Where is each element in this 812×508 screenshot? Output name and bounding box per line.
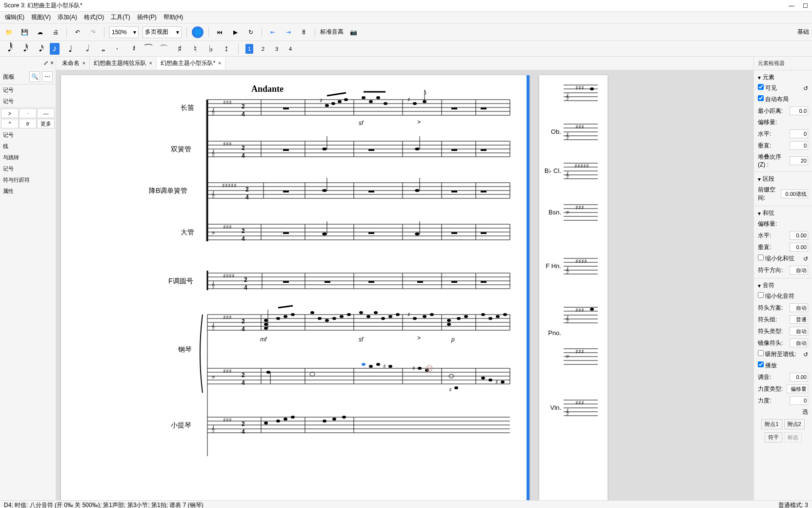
note-quarter[interactable]: ♩ xyxy=(65,43,75,55)
menu-dots-icon[interactable]: ⋯ xyxy=(42,71,53,82)
loop-icon[interactable]: ↻ xyxy=(245,26,257,38)
note-32nd[interactable]: 𝅘𝅥𝅰 xyxy=(19,43,28,55)
mirror-select[interactable] xyxy=(790,339,808,347)
menu-view[interactable]: 视图(V) xyxy=(28,12,54,22)
staff-piano-bass[interactable]: 𝄢♯♯♯24 ♯ ♯ ♯ ♯ xyxy=(207,363,510,393)
camera-icon[interactable]: 📷 xyxy=(347,26,359,38)
menu-format[interactable]: 格式(O) xyxy=(81,12,107,22)
dot1-button[interactable]: 附点1 xyxy=(761,419,782,429)
vel-type-select[interactable] xyxy=(787,384,808,393)
search-icon[interactable]: 🔍 xyxy=(29,71,40,82)
rest-icon[interactable]: 𝄽 xyxy=(128,43,138,55)
save-icon[interactable]: 💾 xyxy=(19,26,30,38)
viewmode-select[interactable]: 多页视图▾ xyxy=(142,26,182,38)
menu-help[interactable]: 帮助(H) xyxy=(161,12,186,22)
staff-bassoon[interactable]: 𝄢♯♯♯24 ▬▬▬▬ xyxy=(207,221,510,242)
cloud-icon[interactable]: ☁ xyxy=(34,26,46,38)
staff-flute[interactable]: 𝄞♯♯♯24 ▬ ♯ sf ♯ > ▬▬ xyxy=(207,90,510,127)
chevron-down-icon[interactable]: ▾ xyxy=(758,176,761,183)
reset-icon[interactable]: ↺ xyxy=(803,255,808,262)
velocity-input[interactable] xyxy=(790,396,808,405)
staff-clarinet[interactable]: 𝄞♯♯♯♯♯24 ▬▬▬▬ xyxy=(207,178,510,201)
stem-button[interactable]: 符干 xyxy=(765,432,782,443)
tuning-input[interactable] xyxy=(790,373,808,381)
natural-icon[interactable]: ♮ xyxy=(190,43,200,55)
offset-y-input[interactable] xyxy=(790,141,808,150)
palette-cat[interactable]: 记号 xyxy=(0,129,56,141)
zoom-select[interactable]: 150%▾ xyxy=(109,26,139,38)
palette-cat[interactable]: 线 xyxy=(0,141,56,152)
close-icon[interactable]: × xyxy=(82,61,85,66)
chevron-down-icon[interactable]: ▾ xyxy=(758,282,761,289)
chevron-down-icon[interactable]: ▾ xyxy=(758,210,761,217)
tab-small-orch[interactable]: 幻想曲主题小型乐队*× xyxy=(157,57,226,69)
rewind-icon[interactable]: ⏮ xyxy=(214,26,225,38)
stem-dir-select[interactable] xyxy=(790,266,808,275)
palette-cat[interactable]: 记号 xyxy=(0,85,56,96)
offset-x-input[interactable] xyxy=(790,129,808,138)
chord-y-input[interactable] xyxy=(790,243,808,252)
head-group-select[interactable] xyxy=(790,315,808,324)
leading-input[interactable] xyxy=(781,190,808,198)
chevron-down-icon[interactable]: ▾ xyxy=(758,74,761,81)
art-staccato[interactable]: · xyxy=(19,108,37,118)
metronome-icon[interactable]: 🎚 xyxy=(298,26,310,38)
menu-add[interactable]: 添加(A) xyxy=(55,12,80,22)
art-marcato[interactable]: > xyxy=(1,108,19,118)
play-checkbox[interactable] xyxy=(758,361,764,367)
note-whole[interactable]: 𝅝 xyxy=(97,43,106,55)
voice-2[interactable]: 2 xyxy=(259,44,267,54)
small-chord-checkbox[interactable] xyxy=(758,254,764,260)
art-accent[interactable]: ^ xyxy=(1,119,19,128)
palette-cat[interactable]: 记号 xyxy=(0,163,56,174)
voice-3[interactable]: 3 xyxy=(273,44,281,54)
note-dot[interactable]: · xyxy=(112,43,122,55)
art-tenuto[interactable]: — xyxy=(37,108,55,118)
print-icon[interactable]: 🖨 xyxy=(50,26,61,38)
undock-icon[interactable]: ⤢ xyxy=(43,60,48,66)
loop-in-icon[interactable]: ⇤ xyxy=(267,26,279,38)
globe-icon[interactable]: 🌐 xyxy=(192,26,203,38)
note-half[interactable]: 𝅗𝅥 xyxy=(81,43,91,55)
auto-layout-checkbox[interactable] xyxy=(758,95,764,101)
palette-cat-articulations[interactable]: 记号 xyxy=(0,96,56,107)
slur-icon[interactable]: ⌒ xyxy=(159,43,169,55)
tab-strings[interactable]: 幻想曲主题纯弦乐队× xyxy=(90,57,157,69)
open-icon[interactable]: 📁 xyxy=(3,26,15,38)
art-trill[interactable]: tr xyxy=(19,119,37,128)
palette-cat[interactable]: 属性 xyxy=(0,186,56,197)
palette-cat[interactable]: 与跳转 xyxy=(0,152,56,163)
redo-icon[interactable]: ↷ xyxy=(87,26,99,38)
tab-untitled[interactable]: 未命名× xyxy=(58,57,90,69)
menu-plugins[interactable]: 插件(P) xyxy=(134,12,160,22)
close-icon[interactable]: × xyxy=(218,61,221,66)
maximize-icon[interactable]: ☐ xyxy=(802,3,808,9)
menu-tools[interactable]: 工具(T) xyxy=(108,12,133,22)
staff-horn[interactable]: 𝄞♯♯♯♯24 ▬▬▬▬▬▬ xyxy=(207,273,510,291)
flat-icon[interactable]: ♭ xyxy=(206,43,216,55)
score-page-2[interactable]: 𝄞♯♯♯ 𝄞♯♯♯ 𝄞♯♯♯♯♯ 𝄢♯♯♯ 𝄞♯♯♯♯ 𝄞♯♯♯ 𝄢♯♯♯ 𝄞♯… xyxy=(539,75,608,500)
z-order-input[interactable] xyxy=(790,156,808,165)
note-8th[interactable]: ♪ xyxy=(50,43,60,55)
staff-piano-treble[interactable]: 𝄞♯♯♯24 mf sf ♯ > p xyxy=(207,306,510,343)
loop-out-icon[interactable]: ⇥ xyxy=(283,26,294,38)
score-view[interactable]: Andante 𝄞♯♯♯24 ▬ ♯ xyxy=(56,70,753,500)
art-more[interactable]: 更多 xyxy=(37,119,55,128)
head-scheme-select[interactable] xyxy=(790,303,808,312)
visible-checkbox[interactable] xyxy=(758,84,764,90)
base-button[interactable]: 基础 xyxy=(797,26,809,38)
close-panel-icon[interactable]: × xyxy=(50,60,54,66)
snap-checkbox[interactable] xyxy=(758,350,764,356)
voice-4[interactable]: 4 xyxy=(286,44,294,54)
score-page-1[interactable]: Andante 𝄞♯♯♯24 ▬ ♯ xyxy=(61,75,529,500)
flag-button[interactable]: 标志 xyxy=(784,432,802,443)
menu-edit[interactable]: 编辑(E) xyxy=(2,12,27,22)
flip-icon[interactable]: ↕ xyxy=(222,43,231,55)
reset-icon[interactable]: ↺ xyxy=(803,351,808,358)
minimize-icon[interactable]: — xyxy=(789,3,794,9)
staff-violin[interactable]: 𝄞♯♯♯24 xyxy=(207,416,510,435)
voice-1[interactable]: 1 xyxy=(245,44,253,54)
chord-x-input[interactable] xyxy=(790,231,808,240)
staff-oboe[interactable]: 𝄞♯♯♯24 ▬▬▬▬ xyxy=(207,136,510,159)
note-16th[interactable]: 𝅘𝅥𝅯 xyxy=(34,43,44,55)
